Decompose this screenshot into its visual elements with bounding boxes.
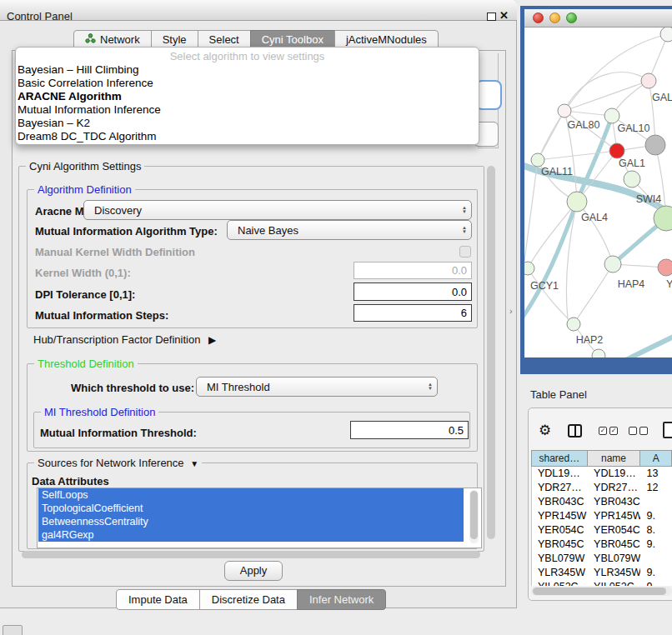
- control-panel-title: Control Panel: [7, 10, 73, 22]
- table-row[interactable]: YBL079WYBL079W: [532, 552, 672, 566]
- tab-impute-data[interactable]: Impute Data: [116, 589, 200, 610]
- network-edge: [524, 160, 538, 261]
- hub-definition-toggle[interactable]: Hub/Transcription Factor Definition ▶: [33, 333, 216, 346]
- corner-icon[interactable]: [3, 625, 23, 635]
- kernel-width-value: 0.0: [354, 264, 471, 277]
- network-node[interactable]: [645, 135, 665, 155]
- algorithm-dropdown-placeholder: Select algorithm to view settings: [16, 50, 479, 62]
- table-row[interactable]: YER054CYER054C8.: [532, 523, 672, 538]
- algorithm-option-dream8-dc-tdc-algorithm[interactable]: Dream8 DC_TDC Algorithm: [18, 130, 479, 143]
- network-node[interactable]: [524, 262, 534, 275]
- float-window-icon[interactable]: [487, 12, 496, 21]
- manual-kernel-width-label: Manual Kernel Width Definition: [35, 246, 195, 258]
- network-node[interactable]: [624, 171, 640, 188]
- network-node[interactable]: [604, 256, 621, 272]
- node-label-swi4: SWI4: [636, 193, 662, 205]
- algorithm-option-basic-correlation-inference[interactable]: Basic Correlation Inference: [18, 77, 479, 90]
- network-window-titlebar[interactable]: [524, 9, 672, 28]
- network-node[interactable]: [609, 143, 624, 158]
- gear-icon[interactable]: ⚙: [539, 422, 551, 439]
- table-row[interactable]: YLR345WYLR345W9.: [532, 566, 672, 580]
- new-table-icon[interactable]: [663, 422, 672, 438]
- collapsed-arrow-icon: ▶: [208, 334, 216, 346]
- column-header-shared[interactable]: shared…: [531, 450, 588, 467]
- split-columns-icon[interactable]: [568, 424, 582, 438]
- table-cell: YDL19…: [588, 467, 640, 481]
- deselect-all-columns-icon[interactable]: [629, 427, 648, 435]
- attribute-item-betweennesscentrality[interactable]: BetweennessCentrality: [38, 515, 464, 528]
- aracne-mode-combo[interactable]: Discovery ▲▼: [83, 200, 472, 220]
- sources-title[interactable]: Sources for Network Inference ▼: [34, 457, 202, 469]
- node-label-gal: GAL: [652, 92, 672, 103]
- column-header-a[interactable]: A: [640, 450, 672, 467]
- table-row[interactable]: YPR145WYPR145W9.: [532, 509, 672, 523]
- network-node[interactable]: [641, 73, 656, 88]
- dpi-tolerance-field[interactable]: 0.0: [354, 282, 472, 301]
- settings-vertical-scrollbar[interactable]: [486, 163, 496, 553]
- aracne-mode-value: Discovery: [84, 204, 458, 217]
- table-cell: YBR043C: [588, 495, 640, 509]
- table-row[interactable]: YDR27…YDR27…12: [532, 481, 672, 495]
- threshold-definition-title: Threshold Definition: [34, 358, 138, 370]
- algorithm-dropdown-list: Bayesian – Hill ClimbingBasic Correlatio…: [16, 63, 479, 143]
- pane-divider-handle[interactable]: ›: [509, 306, 513, 316]
- table-cell: 9.: [640, 509, 672, 523]
- table-row[interactable]: YDL19…YDL19…13: [532, 467, 672, 481]
- manual-kernel-width-checkbox[interactable]: [459, 246, 471, 258]
- table-cell: 12: [640, 481, 672, 495]
- column-header-name[interactable]: name: [588, 450, 641, 467]
- settings-horizontal-scrollbar[interactable]: [20, 551, 484, 559]
- table-body: YDL19…YDL19…13YDR27…YDR27…12YBR043CYBR04…: [531, 467, 672, 586]
- close-icon[interactable]: ✕: [499, 9, 509, 22]
- table-row[interactable]: YBR045CYBR045C9.: [532, 538, 672, 552]
- network-node[interactable]: [660, 28, 672, 42]
- attribute-item-gal4rgexp[interactable]: gal4RGexp: [38, 528, 464, 542]
- kernel-width-field[interactable]: 0.0: [354, 262, 472, 279]
- algorithm-option-mutual-information-inference[interactable]: Mutual Information Inference: [18, 103, 479, 117]
- network-node[interactable]: [567, 318, 580, 331]
- zoom-traffic-light-icon[interactable]: [566, 12, 577, 23]
- network-node[interactable]: [567, 192, 587, 212]
- cyni-algorithm-settings-title: Cyni Algorithm Settings: [26, 160, 144, 172]
- cyni-bottom-tabbar: Impute DataDiscretize DataInfer Network: [117, 589, 386, 608]
- algorithm-option-bayesian-hill-climbing[interactable]: Bayesian – Hill Climbing: [18, 63, 479, 77]
- network-node[interactable]: [558, 104, 571, 118]
- table-horizontal-scrollbar[interactable]: [531, 587, 672, 596]
- tab-infer-network[interactable]: Infer Network: [297, 589, 386, 610]
- minimize-traffic-light-icon[interactable]: [549, 12, 560, 23]
- network-edge: [574, 264, 613, 324]
- data-attributes-list[interactable]: SelfLoopsTopologicalCoefficientBetweenne…: [37, 488, 482, 548]
- table-cell: YBL079W: [588, 552, 640, 566]
- tab-discretize-data[interactable]: Discretize Data: [199, 589, 298, 610]
- checked-box-icon: ✓: [609, 427, 618, 435]
- table-cell: 8.: [640, 523, 672, 538]
- stepper-icon: ▲▼: [458, 206, 471, 214]
- node-label-gcy1: GCY1: [530, 280, 559, 292]
- attribute-item-selfloops[interactable]: SelfLoops: [38, 488, 464, 502]
- close-traffic-light-icon[interactable]: [533, 12, 544, 23]
- which-threshold-combo[interactable]: MI Threshold ▲▼: [196, 377, 438, 397]
- attribute-item-topologicalcoefficient[interactable]: TopologicalCoefficient: [38, 502, 464, 515]
- network-node[interactable]: [531, 153, 544, 167]
- node-table: shared…nameA YDL19…YDL19…13YDR27…YDR27…1…: [531, 450, 672, 586]
- mi-algorithm-type-combo[interactable]: Naive Bayes ▲▼: [227, 220, 472, 240]
- expanded-arrow-icon: ▼: [190, 459, 198, 468]
- table-row[interactable]: YIL052CYIL052C9: [532, 580, 672, 586]
- apply-button[interactable]: Apply: [224, 561, 283, 581]
- stepper-icon: ▲▼: [424, 382, 437, 391]
- mutual-information-threshold-field[interactable]: 0.5: [350, 421, 469, 439]
- network-node[interactable]: [658, 259, 672, 276]
- table-row[interactable]: YBR043CYBR043C: [532, 495, 672, 509]
- table-cell: YIL052C: [532, 580, 588, 586]
- algorithm-option-bayesian-k2[interactable]: Bayesian – K2: [18, 117, 479, 130]
- control-panel-titlebar[interactable]: Control Panel ✕: [0, 0, 517, 21]
- mi-steps-field[interactable]: 6: [354, 304, 472, 322]
- node-label-y: Y: [666, 278, 672, 290]
- which-threshold-label: Which threshold to use:: [71, 382, 194, 394]
- network-canvas[interactable]: GALGAL80GAL10GAL1GAL11SWI4GAL4GCY1HAP4YH…: [524, 28, 672, 358]
- select-all-columns-icon[interactable]: ✓ ✓: [599, 427, 618, 435]
- list-scrollbar[interactable]: [469, 490, 479, 543]
- network-node[interactable]: [604, 108, 619, 123]
- stepper-icon: ▲▼: [458, 226, 471, 234]
- algorithm-option-aracne-algorithm[interactable]: ARACNE Algorithm: [18, 90, 479, 103]
